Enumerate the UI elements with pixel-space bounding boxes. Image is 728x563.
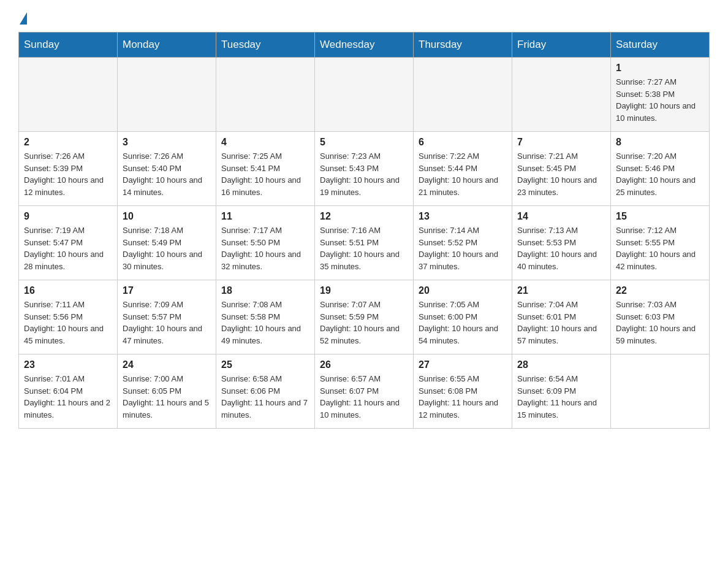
day-number: 2 [24,137,112,148]
day-number: 24 [123,359,211,370]
calendar-table: SundayMondayTuesdayWednesdayThursdayFrid… [18,32,710,429]
page-header [18,12,710,26]
day-info: Sunrise: 7:26 AM Sunset: 5:39 PM Dayligh… [24,150,112,198]
calendar-day-cell: 10Sunrise: 7:18 AM Sunset: 5:49 PM Dayli… [118,206,216,280]
calendar-day-cell [512,58,611,132]
day-info: Sunrise: 7:07 AM Sunset: 5:59 PM Dayligh… [320,299,408,347]
calendar-week-row: 16Sunrise: 7:11 AM Sunset: 5:56 PM Dayli… [19,280,710,354]
calendar-day-cell: 25Sunrise: 6:58 AM Sunset: 6:06 PM Dayli… [216,354,315,429]
day-info: Sunrise: 7:04 AM Sunset: 6:01 PM Dayligh… [517,299,605,347]
day-number: 17 [123,285,211,296]
calendar-day-cell: 16Sunrise: 7:11 AM Sunset: 5:56 PM Dayli… [19,280,118,354]
calendar-day-cell: 9Sunrise: 7:19 AM Sunset: 5:47 PM Daylig… [19,206,118,280]
day-number: 10 [123,211,211,222]
calendar-day-cell: 19Sunrise: 7:07 AM Sunset: 5:59 PM Dayli… [315,280,414,354]
day-number: 3 [123,137,211,148]
calendar-day-cell [118,58,216,132]
day-number: 26 [320,359,408,370]
day-number: 11 [221,211,309,222]
day-number: 16 [24,285,112,296]
calendar-day-cell [315,58,414,132]
day-info: Sunrise: 6:55 AM Sunset: 6:08 PM Dayligh… [419,373,507,421]
day-info: Sunrise: 7:14 AM Sunset: 5:52 PM Dayligh… [419,224,507,272]
day-info: Sunrise: 7:03 AM Sunset: 6:03 PM Dayligh… [616,299,704,347]
calendar-day-cell: 13Sunrise: 7:14 AM Sunset: 5:52 PM Dayli… [414,206,512,280]
calendar-day-cell: 27Sunrise: 6:55 AM Sunset: 6:08 PM Dayli… [414,354,512,429]
day-info: Sunrise: 6:54 AM Sunset: 6:09 PM Dayligh… [517,373,605,421]
day-info: Sunrise: 7:26 AM Sunset: 5:40 PM Dayligh… [123,150,211,198]
day-info: Sunrise: 6:57 AM Sunset: 6:07 PM Dayligh… [320,373,408,421]
day-number: 7 [517,137,605,148]
day-info: Sunrise: 7:05 AM Sunset: 6:00 PM Dayligh… [419,299,507,347]
day-info: Sunrise: 7:20 AM Sunset: 5:46 PM Dayligh… [616,150,704,198]
calendar-day-cell: 3Sunrise: 7:26 AM Sunset: 5:40 PM Daylig… [118,132,216,206]
day-of-week-header: Saturday [611,33,710,58]
calendar-day-cell: 28Sunrise: 6:54 AM Sunset: 6:09 PM Dayli… [512,354,611,429]
day-number: 15 [616,211,704,222]
day-info: Sunrise: 7:16 AM Sunset: 5:51 PM Dayligh… [320,224,408,272]
calendar-week-row: 1Sunrise: 7:27 AM Sunset: 5:38 PM Daylig… [19,58,710,132]
calendar-day-cell: 7Sunrise: 7:21 AM Sunset: 5:45 PM Daylig… [512,132,611,206]
calendar-day-cell: 6Sunrise: 7:22 AM Sunset: 5:44 PM Daylig… [414,132,512,206]
calendar-day-cell: 18Sunrise: 7:08 AM Sunset: 5:58 PM Dayli… [216,280,315,354]
day-info: Sunrise: 7:12 AM Sunset: 5:55 PM Dayligh… [616,224,704,272]
day-of-week-header: Wednesday [315,33,414,58]
day-info: Sunrise: 7:23 AM Sunset: 5:43 PM Dayligh… [320,150,408,198]
day-number: 25 [221,359,309,370]
day-of-week-header: Sunday [19,33,118,58]
day-info: Sunrise: 7:09 AM Sunset: 5:57 PM Dayligh… [123,299,211,347]
day-number: 9 [24,211,112,222]
day-number: 12 [320,211,408,222]
day-info: Sunrise: 6:58 AM Sunset: 6:06 PM Dayligh… [221,373,309,421]
calendar-day-cell: 15Sunrise: 7:12 AM Sunset: 5:55 PM Dayli… [611,206,710,280]
day-of-week-header: Friday [512,33,611,58]
calendar-day-cell: 26Sunrise: 6:57 AM Sunset: 6:07 PM Dayli… [315,354,414,429]
day-info: Sunrise: 7:01 AM Sunset: 6:04 PM Dayligh… [24,373,112,421]
day-number: 5 [320,137,408,148]
day-number: 21 [517,285,605,296]
day-number: 28 [517,359,605,370]
calendar-week-row: 23Sunrise: 7:01 AM Sunset: 6:04 PM Dayli… [19,354,710,429]
day-info: Sunrise: 7:18 AM Sunset: 5:49 PM Dayligh… [123,224,211,272]
day-number: 13 [419,211,507,222]
calendar-day-cell: 12Sunrise: 7:16 AM Sunset: 5:51 PM Dayli… [315,206,414,280]
day-info: Sunrise: 7:11 AM Sunset: 5:56 PM Dayligh… [24,299,112,347]
day-number: 8 [616,137,704,148]
day-info: Sunrise: 7:27 AM Sunset: 5:38 PM Dayligh… [616,76,704,124]
calendar-day-cell: 23Sunrise: 7:01 AM Sunset: 6:04 PM Dayli… [19,354,118,429]
calendar-day-cell: 21Sunrise: 7:04 AM Sunset: 6:01 PM Dayli… [512,280,611,354]
calendar-week-row: 9Sunrise: 7:19 AM Sunset: 5:47 PM Daylig… [19,206,710,280]
calendar-day-cell: 14Sunrise: 7:13 AM Sunset: 5:53 PM Dayli… [512,206,611,280]
calendar-day-cell: 17Sunrise: 7:09 AM Sunset: 5:57 PM Dayli… [118,280,216,354]
day-number: 4 [221,137,309,148]
logo [18,12,27,26]
day-info: Sunrise: 7:25 AM Sunset: 5:41 PM Dayligh… [221,150,309,198]
day-of-week-header: Thursday [414,33,512,58]
days-of-week-row: SundayMondayTuesdayWednesdayThursdayFrid… [19,33,710,58]
calendar-day-cell: 24Sunrise: 7:00 AM Sunset: 6:05 PM Dayli… [118,354,216,429]
day-info: Sunrise: 7:17 AM Sunset: 5:50 PM Dayligh… [221,224,309,272]
calendar-day-cell [414,58,512,132]
day-info: Sunrise: 7:21 AM Sunset: 5:45 PM Dayligh… [517,150,605,198]
day-of-week-header: Tuesday [216,33,315,58]
calendar-day-cell: 8Sunrise: 7:20 AM Sunset: 5:46 PM Daylig… [611,132,710,206]
calendar-day-cell: 1Sunrise: 7:27 AM Sunset: 5:38 PM Daylig… [611,58,710,132]
calendar-day-cell [611,354,710,429]
day-number: 23 [24,359,112,370]
day-number: 27 [419,359,507,370]
day-number: 14 [517,211,605,222]
calendar-day-cell: 2Sunrise: 7:26 AM Sunset: 5:39 PM Daylig… [19,132,118,206]
day-number: 1 [616,63,704,74]
calendar-day-cell: 11Sunrise: 7:17 AM Sunset: 5:50 PM Dayli… [216,206,315,280]
calendar-day-cell: 22Sunrise: 7:03 AM Sunset: 6:03 PM Dayli… [611,280,710,354]
logo-triangle-icon [20,12,27,25]
calendar-day-cell [216,58,315,132]
calendar-day-cell: 20Sunrise: 7:05 AM Sunset: 6:00 PM Dayli… [414,280,512,354]
calendar-day-cell: 4Sunrise: 7:25 AM Sunset: 5:41 PM Daylig… [216,132,315,206]
day-number: 18 [221,285,309,296]
day-number: 19 [320,285,408,296]
day-number: 22 [616,285,704,296]
day-info: Sunrise: 7:08 AM Sunset: 5:58 PM Dayligh… [221,299,309,347]
calendar-week-row: 2Sunrise: 7:26 AM Sunset: 5:39 PM Daylig… [19,132,710,206]
day-number: 6 [419,137,507,148]
